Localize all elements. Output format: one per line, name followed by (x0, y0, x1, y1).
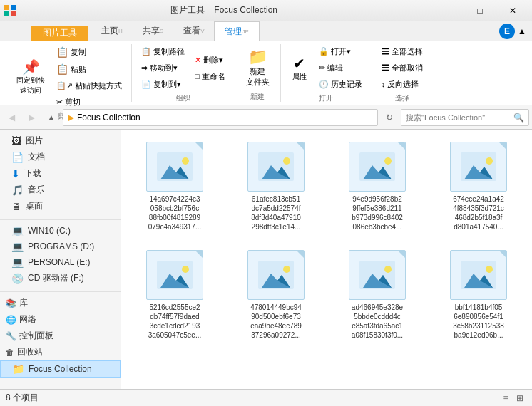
open-button[interactable]: 🔓 打开▾ (315, 44, 366, 59)
user-avatar[interactable]: E (499, 24, 515, 39)
grid-view-button[interactable]: ⊞ (513, 392, 526, 405)
search-icon: 🔍 (513, 113, 524, 123)
search-input[interactable] (406, 113, 513, 122)
new-folder-button[interactable]: 📁 新建 文件夹 (241, 45, 275, 90)
sidebar-header-library[interactable]: 📚 库 (0, 295, 121, 311)
list-view-button[interactable]: ≡ (499, 392, 512, 405)
open-label: 打开 (319, 92, 333, 103)
copy-button[interactable]: 📋复制 (53, 44, 126, 60)
address-path[interactable]: ▶ Focus Collection (63, 109, 378, 126)
clipboard-group: 📌 固定到快速访问 📋复制 📋粘贴 📋↗粘贴快捷方式 ✂剪切 剪贴板 (6, 44, 132, 102)
network-icon: 🌐 (6, 315, 16, 325)
invert-select-button[interactable]: ↕ 反向选择 (378, 77, 426, 92)
personal-icon: 💻 (11, 256, 24, 268)
svg-rect-1 (11, 5, 16, 10)
file-name-3: 94e9d956f28b2 9ffef5e386d211 b973d996c84… (352, 194, 403, 231)
ribbon-content: 📌 固定到快速访问 📋复制 📋粘贴 📋↗粘贴快捷方式 ✂剪切 剪贴板 (0, 41, 532, 105)
sidebar-item-music[interactable]: 🎵 音乐 (0, 182, 121, 198)
app-icon (3, 4, 17, 18)
personal-label: PERSONAL (E:) (28, 257, 91, 267)
sidebar-item-documents[interactable]: 📄 文档 (0, 149, 121, 165)
file-icon-7 (349, 250, 406, 300)
view-controls: ≡ ⊞ (499, 392, 526, 405)
file-item-4[interactable]: 674ece24a1a42 4f88435f3d721c 468d2b5f18a… (431, 135, 526, 238)
file-item-6[interactable]: 478014449bc94 90d500ebf6e73 eaa9be48ec78… (228, 244, 324, 346)
programs-label: PROGRAMS (D:) (28, 241, 94, 251)
pictures-label: 图片 (26, 135, 43, 147)
sidebar-header-control-panel[interactable]: 🔧 控制面板 (0, 328, 121, 344)
file-area: 14a697c4224c3 058bcb2bf756c 88fb00f48192… (121, 130, 532, 389)
sidebar-item-programs[interactable]: 💻 PROGRAMS (D:) (0, 239, 121, 254)
pin-button[interactable]: 📌 固定到快速访问 (11, 56, 50, 98)
copy-to-button[interactable]: 📄复制到▾ (138, 77, 188, 92)
organize-label: 组织 (176, 92, 190, 103)
select-group: ☰ 全部选择 ☰ 全部取消 ↕ 反向选择 选择 (372, 44, 432, 102)
open-col: 🔓 打开▾ ✏ 编辑 🕐 历史记录 (315, 44, 366, 92)
paste-button[interactable]: 📋粘贴 (53, 61, 126, 77)
title-bar: 图片工具 Focus Collection ─ □ ✕ (0, 0, 532, 21)
sidebar-header-network[interactable]: 🌐 网络 (0, 311, 121, 328)
delete-button[interactable]: ✕删除▾ (191, 53, 229, 68)
file-item-3[interactable]: 94e9d956f28b2 9ffef5e386d211 b973d996c84… (329, 135, 425, 238)
sidebar-header-trash[interactable]: 🗑 回收站 (0, 344, 121, 360)
tab-home[interactable]: 主页H (91, 21, 133, 41)
file-item-7[interactable]: ad466945e328e 5bbde0cddd4c e85af3fda65ac… (329, 244, 425, 346)
up-button[interactable]: ▲ (43, 109, 60, 126)
back-button[interactable]: ◀ (3, 109, 20, 126)
history-button[interactable]: 🕐 历史记录 (315, 77, 366, 92)
sidebar-item-desktop[interactable]: 🖥 桌面 (0, 198, 121, 214)
select-items: ☰ 全部选择 ☰ 全部取消 ↕ 反向选择 (378, 44, 426, 92)
documents-label: 文档 (28, 151, 45, 163)
edit-button[interactable]: ✏ 编辑 (315, 61, 366, 76)
music-icon: 🎵 (11, 184, 24, 196)
select-all-button[interactable]: ☰ 全部选择 (378, 44, 426, 59)
maximize-button[interactable]: □ (464, 0, 496, 21)
file-item-5[interactable]: 5216cd2555ce2 db74ff57f9daed 3cde1cdcd21… (127, 244, 222, 346)
refresh-button[interactable]: ↻ (381, 109, 398, 126)
sidebar-item-cd[interactable]: 💿 CD 驱动器 (F:) (0, 270, 121, 286)
properties-button[interactable]: ✔ 属性 (287, 52, 312, 85)
file-icon-2 (247, 142, 305, 192)
file-item-1[interactable]: 14a697c4224c3 058bcb2bf756c 88fb00f48192… (127, 135, 222, 238)
minimize-button[interactable]: ─ (431, 0, 464, 21)
open-group: ✔ 属性 🔓 打开▾ ✏ 编辑 🕐 历史记录 打开 (281, 44, 372, 102)
main-area: 🖼 图片 📄 文档 ⬇ 下载 🎵 音乐 🖥 桌面 💻 WIN10 (C:) 💻 … (0, 130, 532, 389)
tab-view[interactable]: 查看V (173, 21, 214, 41)
svg-point-19 (486, 157, 493, 165)
sidebar-item-win10[interactable]: 💻 WIN10 (C:) (0, 223, 121, 239)
trash-label: 回收站 (17, 346, 43, 358)
file-name-4: 674ece24a1a42 4f88435f3d721c 468d2b5f18a… (453, 194, 504, 231)
library-label: 库 (19, 297, 28, 309)
search-box: 🔍 (401, 109, 529, 126)
documents-icon: 📄 (11, 152, 24, 163)
sidebar-item-downloads[interactable]: ⬇ 下载 (0, 165, 121, 182)
programs-icon: 💻 (11, 241, 24, 252)
win10-label: WIN10 (C:) (28, 226, 71, 236)
picture-tools-tab: 图片工具 (31, 26, 88, 41)
downloads-icon: ⬇ (11, 168, 20, 179)
file-name-6: 478014449bc94 90d500ebf6e73 eaa9be48ec78… (250, 303, 302, 340)
sidebar-item-personal[interactable]: 💻 PERSONAL (E:) (0, 254, 121, 270)
file-icon-8 (450, 250, 507, 300)
paste-shortcut-button[interactable]: 📋↗粘贴快捷方式 (53, 78, 126, 93)
file-icon-4 (450, 142, 507, 192)
move-to-button[interactable]: ➡移动到▾ (138, 61, 188, 76)
svg-point-31 (384, 266, 392, 273)
sidebar-item-focus-collection[interactable]: 📁 Focus Collection (0, 360, 121, 378)
forward-button[interactable]: ▶ (23, 109, 40, 126)
deselect-all-button[interactable]: ☰ 全部取消 (378, 61, 426, 76)
rename-button[interactable]: □重命名 (191, 69, 229, 84)
window-controls: ─ □ ✕ (431, 0, 529, 21)
ribbon-collapse-btn[interactable]: ▲ (515, 25, 529, 38)
file-name-8: bbf14181b4f05 6e890856e54f1 3c58b2311253… (453, 303, 504, 340)
sidebar-item-pictures[interactable]: 🖼 图片 (0, 132, 121, 149)
tab-share[interactable]: 共享S (133, 21, 173, 41)
clipboard-col1: 📌 固定到快速访问 (11, 56, 50, 98)
close-button[interactable]: ✕ (496, 0, 529, 21)
file-item-2[interactable]: 61afec813cb51 dc7a5dd22574f 8df3d40a4791… (228, 135, 324, 238)
file-item-8[interactable]: bbf14181b4f05 6e890856e54f1 3c58b2311253… (431, 244, 526, 346)
copy-path-button[interactable]: 📋复制路径 (138, 44, 188, 59)
tab-manage[interactable]: 管理JP (214, 21, 259, 41)
open-items: ✔ 属性 🔓 打开▾ ✏ 编辑 🕐 历史记录 (287, 44, 366, 92)
cut-button[interactable]: ✂剪切 (53, 95, 126, 110)
